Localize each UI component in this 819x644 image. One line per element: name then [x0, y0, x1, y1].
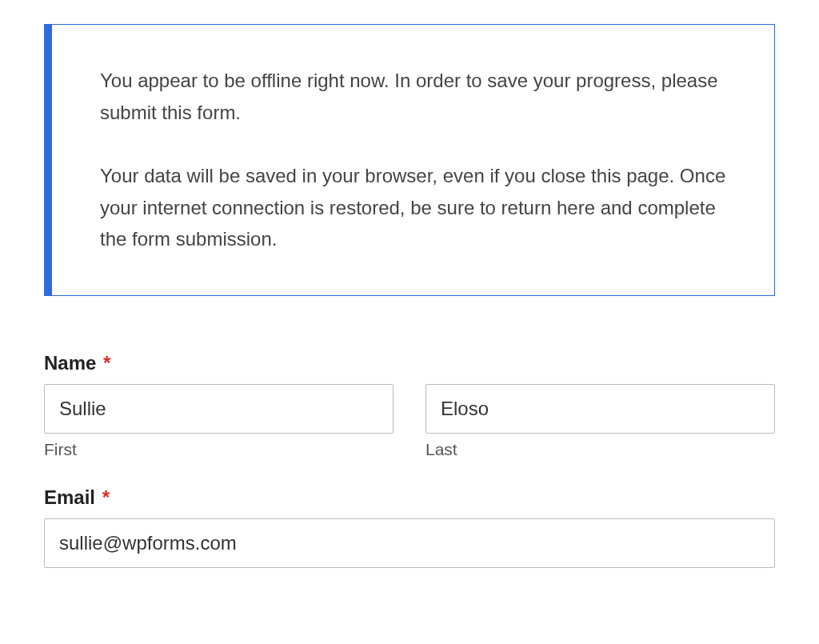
last-name-sublabel: Last [425, 440, 775, 459]
name-label: Name * [44, 352, 775, 374]
offline-alert: You appear to be offline right now. In o… [44, 24, 775, 296]
alert-paragraph-2: Your data will be saved in your browser,… [100, 160, 726, 255]
name-field: Name * First Last [44, 352, 775, 459]
first-name-sublabel: First [44, 440, 394, 459]
email-field: Email * [44, 486, 775, 568]
name-label-text: Name [44, 352, 96, 374]
alert-paragraph-1: You appear to be offline right now. In o… [100, 65, 726, 128]
first-name-input[interactable] [44, 384, 394, 434]
email-label-text: Email [44, 486, 95, 508]
email-label: Email * [44, 486, 775, 509]
name-required-marker: * [103, 352, 110, 374]
email-input[interactable] [44, 518, 775, 568]
last-name-input[interactable] [425, 384, 775, 434]
first-name-col: First [44, 384, 394, 459]
email-required-marker: * [102, 486, 110, 508]
name-row: First Last [44, 384, 775, 459]
last-name-col: Last [425, 384, 775, 459]
